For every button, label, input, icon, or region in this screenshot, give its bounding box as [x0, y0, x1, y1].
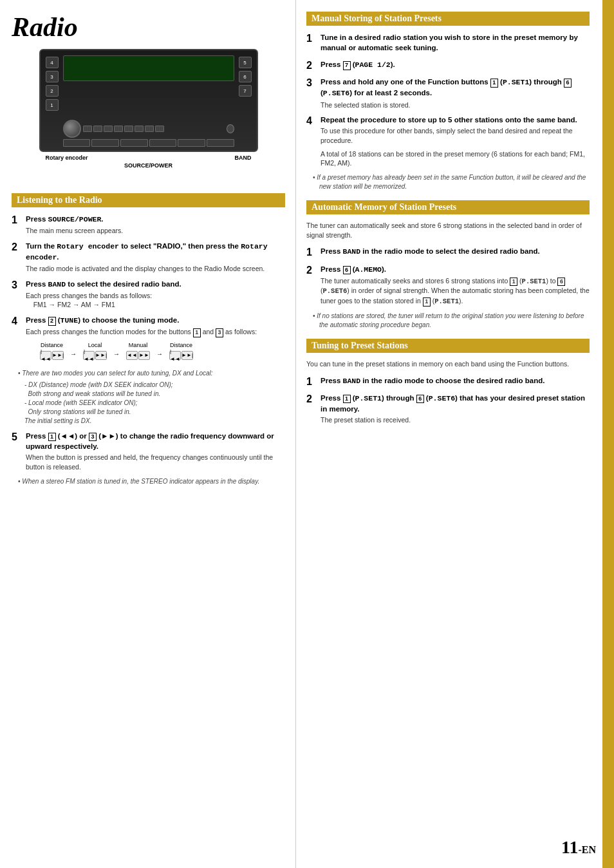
am-step-2-num: 2	[306, 264, 317, 276]
control-btn	[83, 126, 92, 132]
step-3-num: 3	[12, 279, 22, 291]
am-step-1: 1 Press BAND in the radio mode to select…	[306, 246, 590, 258]
ms-step-3-body: The selected station is stored.	[321, 100, 590, 110]
tuning-presets-header: Tuning to Preset Stations	[306, 339, 590, 353]
am-step-2-content: Press 6 (A.MEMO). The tuner automaticall…	[321, 264, 590, 307]
btn-1: 1	[46, 99, 59, 111]
step-1-body: The main menu screen appears.	[26, 226, 285, 236]
control-btn	[104, 126, 113, 132]
left-buttons: 4 3 2 1	[46, 57, 59, 111]
ms-step-1-content: Tune in a desired radio station you wish…	[321, 32, 590, 54]
btn-5: 5	[239, 57, 252, 68]
btn-3: 3	[46, 71, 59, 82]
manual-storing-header: Manual Storing of Station Presets	[306, 12, 590, 26]
control-btn	[145, 126, 154, 132]
step-4-num: 4	[12, 315, 22, 327]
auto-memory-intro: The tuner can automatically seek and sto…	[306, 221, 590, 240]
control-btn	[155, 126, 164, 132]
ms-step-4-extra: A total of 18 stations can be stored in …	[321, 149, 590, 168]
step-3-title: Press BAND to select the desired radio b…	[26, 279, 285, 290]
auto-memory-header: Automatic Memory of Station Presets	[306, 200, 590, 214]
next-btn: ►►|	[52, 351, 64, 360]
ms-step-2-num: 2	[306, 59, 317, 71]
left-column: Radio 4 3 2 1 5 6 7	[0, 0, 296, 868]
ms-step-3: 3 Press and hold any one of the Function…	[306, 77, 590, 109]
step-5-body: When the button is pressed and held, the…	[26, 453, 285, 471]
step-4-body: Each press changes the function modes fo…	[26, 327, 285, 337]
ms-step-3-num: 3	[306, 77, 317, 89]
device-controls	[63, 120, 234, 138]
tp-step-2-title: Press 1 (P.SET1) through 6 (P.SET6) that…	[321, 393, 590, 414]
step-2: 2 Turn the Rotary encoder to select "RAD…	[12, 241, 285, 274]
device-illustration: 4 3 2 1 5 6 7	[33, 49, 265, 184]
am-step-2: 2 Press 6 (A.MEMO). The tuner automatica…	[306, 264, 590, 307]
tuning-presets-section: Tuning to Preset Stations You can tune i…	[306, 339, 590, 425]
next-btn-d2: ►►|	[181, 351, 193, 360]
step-5-num: 5	[12, 431, 22, 443]
tp-step-2-num: 2	[306, 393, 317, 405]
diagram-local: Local |◄◄ ►►|	[83, 341, 107, 360]
btn-7: 7	[239, 85, 252, 97]
tp-step-1-content: Press BAND in the radio mode to choose t…	[321, 375, 590, 388]
page-title: Radio	[12, 12, 285, 42]
ms-step-4-title: Repeat the procedure to store up to 5 ot…	[321, 115, 590, 125]
preset-btn	[120, 139, 148, 147]
device-body: 4 3 2 1 5 6 7	[39, 49, 258, 152]
ms-step-1-title: Tune in a desired radio station you wish…	[321, 32, 590, 53]
btn-2: 2	[46, 85, 59, 97]
sub-bullet-local: - Local mode (with SEEK indicator ON); O…	[24, 399, 285, 417]
preset-btn	[149, 139, 177, 147]
ms-step-4: 4 Repeat the procedure to store up to 5 …	[306, 115, 590, 168]
sub-bullet-initial: The initial setting is DX.	[24, 417, 285, 426]
step-1: 1 Press SOURCE/POWER. The main menu scre…	[12, 214, 285, 236]
prev-btn-d2: |◄◄	[169, 351, 181, 360]
step-3-content: Press BAND to select the desired radio b…	[26, 279, 285, 310]
right-inner: Manual Storing of Station Presets 1 Tune…	[306, 12, 604, 425]
am-step-1-content: Press BAND in the radio mode to select t…	[321, 246, 590, 258]
step-2-body: The radio mode is activated and the disp…	[26, 264, 285, 274]
auto-memory-section: Automatic Memory of Station Presets The …	[306, 200, 590, 330]
listening-section: Listening to the Radio 1 Press SOURCE/PO…	[12, 193, 285, 486]
preset-btn	[91, 139, 119, 147]
device-labels: Rotary encoder BAND	[39, 152, 258, 161]
preset-btn	[178, 139, 205, 147]
tuning-presets-intro: You can tune in the preset stations in m…	[306, 359, 590, 369]
step-5: 5 Press 1 (◄◄) or 3 (►►) to change the r…	[12, 431, 285, 472]
ms-step-4-num: 4	[306, 115, 317, 127]
right-buttons: 5 6 7	[239, 57, 252, 97]
ms-step-3-title: Press and hold any one of the Function b…	[321, 77, 590, 99]
step-1-content: Press SOURCE/POWER. The main menu screen…	[26, 214, 285, 236]
preset-btn	[207, 139, 234, 147]
bullet-note-modes: There are two modes you can select for a…	[18, 369, 285, 378]
tp-step-1-num: 1	[306, 375, 317, 388]
btn-4: 4	[46, 57, 59, 68]
next-btn-local: ►►|	[95, 351, 107, 360]
step-2-content: Turn the Rotary encoder to select "RADIO…	[26, 241, 285, 274]
step-3: 3 Press BAND to select the desired radio…	[12, 279, 285, 310]
step-1-title: Press SOURCE/POWER.	[26, 214, 285, 225]
source-power-label: SOURCE/POWER	[33, 162, 265, 169]
control-btn	[93, 126, 102, 132]
right-column: Manual Storing of Station Presets 1 Tune…	[296, 0, 614, 868]
preset-btn	[63, 139, 91, 147]
am-step-2-body: The tuner automatically seeks and stores…	[321, 276, 590, 307]
ms-step-1: 1 Tune in a desired radio station you wi…	[306, 32, 590, 54]
step-4-content: Press 2 (TUNE) to choose the tuning mode…	[26, 315, 285, 363]
tp-step-2-body: The preset station is received.	[321, 415, 590, 425]
band-label: BAND	[235, 155, 252, 161]
ms-step-2-title: Press 7 (PAGE 1/2).	[321, 59, 590, 70]
control-btn	[114, 126, 123, 132]
step-3-body: Each press changes the bands as follows:…	[26, 291, 285, 310]
control-btn	[124, 126, 133, 132]
tp-step-1: 1 Press BAND in the radio mode to choose…	[306, 375, 590, 388]
step-5-title: Press 1 (◄◄) or 3 (►►) to change the rad…	[26, 431, 285, 452]
device-screen	[63, 55, 234, 81]
step-1-num: 1	[12, 214, 22, 226]
tuning-diagram: Distance |◄◄ ►►| → Local |◄◄ ►►|	[40, 341, 285, 360]
step-4-title: Press 2 (TUNE) to choose the tuning mode…	[26, 315, 285, 326]
preset-buttons-row	[63, 139, 234, 147]
rotary-encoder-label: Rotary encoder	[46, 155, 88, 161]
step-5-content: Press 1 (◄◄) or 3 (►►) to change the rad…	[26, 431, 285, 472]
page-number: 11-EN	[561, 837, 596, 858]
diagram-distance1: Distance |◄◄ ►►|	[40, 341, 64, 360]
